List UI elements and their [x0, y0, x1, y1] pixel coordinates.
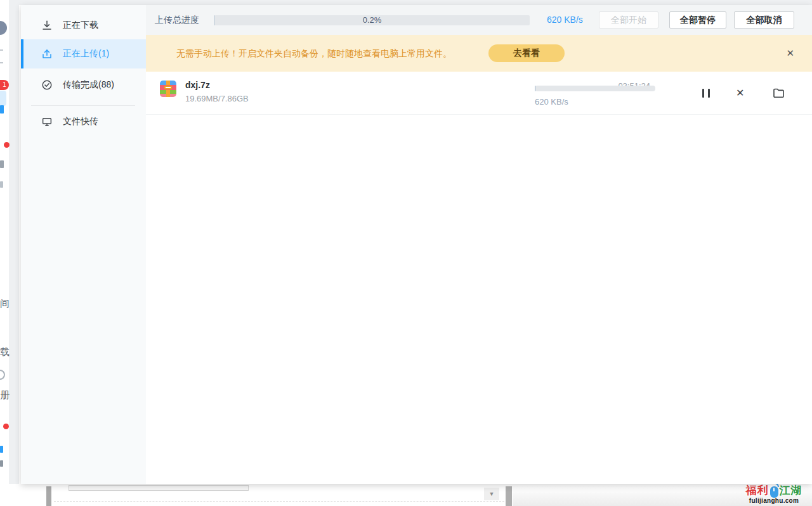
check-circle-icon: [41, 79, 53, 91]
sidebar-icon-fragment: [0, 446, 3, 453]
cancel-icon[interactable]: ✕: [736, 87, 744, 100]
file-speed: 620 KB/s: [535, 97, 568, 107]
sidebar-label-fragment: 册: [0, 389, 10, 401]
sidebar-icon-fragment: [0, 105, 4, 114]
auto-backup-banner: 无需手动上传！开启文件夹自动备份，随时随地查看电脑上常用文件。 去看看 ✕: [146, 35, 812, 72]
pause-all-button[interactable]: 全部暂停: [669, 11, 726, 29]
go-see-button[interactable]: 去看看: [488, 44, 565, 62]
transfer-row[interactable]: dxj.7z 19.69MB/7.86GB 03:51:24 620 KB/s …: [146, 72, 812, 115]
dropdown-arrow-button[interactable]: ▼: [484, 488, 499, 500]
background-window-border: [46, 486, 51, 506]
sidebar-label-fragment: 载: [0, 346, 10, 358]
sidebar-fragment: [0, 49, 3, 51]
transfer-nav-panel: 正在下载 正在上传(1) 传输完成(88) 文件快传: [21, 5, 146, 484]
total-progress-percent: 0.2%: [214, 15, 530, 25]
sidebar-icon-fragment: [0, 181, 3, 188]
sidebar-highlight-fragment: [0, 91, 6, 106]
sidebar-label-fragment: 间: [0, 298, 10, 310]
nav-divider: [31, 105, 135, 106]
sidebar-icon-fragment: [0, 460, 3, 467]
watermark-brand-left: 福利: [746, 483, 769, 498]
transfer-window: 正在下载 正在上传(1) 传输完成(88) 文件快传 上传总进度: [21, 5, 812, 484]
nav-item-downloading[interactable]: 正在下载: [21, 11, 146, 39]
cancel-all-button[interactable]: 全部取消: [734, 11, 794, 29]
window-top-edge: [19, 0, 812, 5]
watermark-logo: 福利 江湖 fulijianghu.com: [739, 483, 809, 504]
monitor-icon: [41, 116, 53, 127]
watermark-brand-right: 江湖: [780, 483, 802, 498]
window-gap-band: [9, 0, 19, 484]
archive-file-icon: [160, 81, 176, 97]
watermark-domain: fulijianghu.com: [739, 497, 809, 504]
transfer-toolbar: 上传总进度 0.2% 620 KB/s 全部开始 全部暂停 全部取消: [146, 5, 812, 35]
open-folder-icon[interactable]: [773, 88, 785, 101]
total-speed: 620 KB/s: [547, 5, 583, 35]
start-all-button[interactable]: 全部开始: [599, 11, 658, 29]
upload-icon: [41, 48, 53, 60]
file-size-progress: 19.69MB/7.86GB: [185, 94, 249, 103]
mouse-icon: [769, 484, 779, 498]
sidebar-icon-fragment: [0, 370, 5, 380]
nav-item-uploading[interactable]: 正在上传(1): [21, 39, 146, 68]
transfer-content: 上传总进度 0.2% 620 KB/s 全部开始 全部暂停 全部取消 无需手动上…: [146, 5, 812, 484]
sidebar-icon-fragment: [0, 160, 4, 168]
download-icon: [41, 20, 53, 31]
nav-item-label: 正在上传(1): [63, 48, 109, 60]
nav-item-label: 文件快传: [63, 116, 98, 127]
red-dot-badge: [4, 142, 10, 148]
red-dot-badge: [3, 424, 9, 429]
background-window-border: [506, 486, 512, 506]
nav-item-completed[interactable]: 传输完成(88): [21, 71, 146, 99]
file-progress-bar: [535, 86, 655, 91]
pause-icon[interactable]: [702, 89, 712, 98]
nav-item-label: 正在下载: [63, 20, 98, 31]
avatar: [0, 21, 7, 35]
banner-close-icon[interactable]: ✕: [786, 48, 794, 59]
background-input-fragment: [69, 485, 249, 491]
file-name: dxj.7z: [185, 80, 210, 90]
banner-text: 无需手动上传！开启文件夹自动备份，随时随地查看电脑上常用文件。: [176, 35, 452, 72]
file-progress-fill: [535, 86, 535, 91]
dashed-divider: [54, 501, 504, 502]
nav-item-label: 传输完成(88): [63, 79, 114, 91]
sidebar-fragment: [0, 62, 3, 63]
nav-item-quick-transfer[interactable]: 文件快传: [21, 108, 146, 136]
notification-badge: 1: [0, 80, 9, 90]
total-progress-label: 上传总进度: [155, 5, 199, 35]
